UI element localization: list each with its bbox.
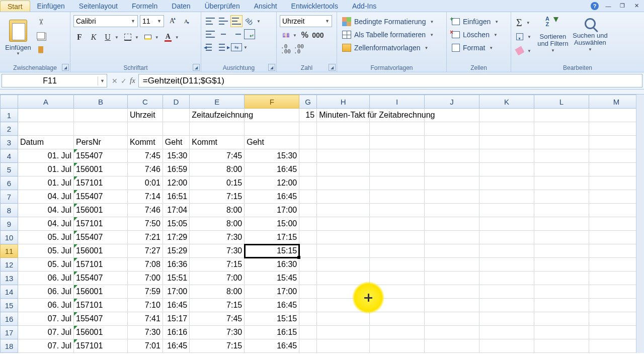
enter-formula-button[interactable]: ✓ [121,77,127,85]
cell-J18[interactable] [424,339,479,353]
fx-icon[interactable]: fx [130,76,135,85]
cell-F12[interactable]: 16:30 [245,258,299,272]
row-header[interactable]: 8 [1,204,18,217]
cell-G18[interactable] [299,339,317,353]
cell-C12[interactable]: 7:08 [127,258,163,272]
cell-I6[interactable] [370,176,425,190]
cell-L8[interactable] [534,204,589,217]
cell-J7[interactable] [424,190,479,204]
cell-A15[interactable]: 06. Jul [18,299,73,312]
cell-J17[interactable] [424,326,479,339]
cell-H11[interactable] [317,244,370,258]
cell-K17[interactable] [479,326,534,339]
row-header[interactable]: 16 [1,312,18,326]
cell-E17[interactable]: 7:30 [190,326,245,339]
cell-A5[interactable]: 01. Jul [18,163,73,176]
cell-F4[interactable]: 15:30 [245,149,299,163]
row-header[interactable]: 17 [1,326,18,339]
cell-K9[interactable] [479,217,534,231]
cell-B10[interactable]: 155407 [73,231,127,244]
tab-addins[interactable]: Add-Ins [345,1,383,11]
cell-L16[interactable] [534,312,589,326]
row-header[interactable]: 4 [1,149,18,163]
row-header[interactable]: 6 [1,176,18,190]
column-header-F[interactable]: F [245,95,299,109]
chevron-down-icon[interactable]: ▼ [98,76,107,85]
cell-F10[interactable]: 17:15 [245,231,299,244]
cell-F13[interactable]: 15:45 [245,272,299,285]
cell-styles-button[interactable]: Zellenformatvorlagen▼ [340,41,430,54]
cell-K11[interactable] [479,244,534,258]
row-header[interactable]: 3 [1,136,18,149]
format-cells-button[interactable]: Format▼ [450,41,495,54]
cell-H13[interactable] [317,272,370,285]
alignment-dialog-launcher[interactable]: ◢ [268,64,275,71]
cell-G1[interactable]: 15 [299,109,317,122]
align-top-button[interactable] [204,15,216,27]
align-left-button[interactable] [204,28,216,40]
cell-D13[interactable]: 15:51 [163,272,189,285]
cell-I13[interactable] [370,272,425,285]
cell-K13[interactable] [479,272,534,285]
cell-F15[interactable]: 16:45 [245,299,299,312]
cell-F16[interactable]: 15:15 [245,312,299,326]
find-select-button[interactable]: Suchen und Auswählen▼ [573,15,608,53]
cell-E8[interactable]: 8:00 [190,204,245,217]
cell-H3[interactable] [317,136,370,149]
insert-cells-button[interactable]: Einfügen▼ [450,15,501,28]
format-painter-button[interactable] [35,44,46,55]
cell-C18[interactable]: 7:01 [127,339,163,353]
cell-A7[interactable]: 04. Jul [18,190,73,204]
cell-H7[interactable] [317,190,370,204]
cell-I18[interactable] [370,339,425,353]
number-dialog-launcher[interactable]: ◢ [329,64,336,71]
cell-L12[interactable] [534,258,589,272]
cell-J5[interactable] [424,163,479,176]
cell-C5[interactable]: 7:46 [127,163,163,176]
cell-K8[interactable] [479,204,534,217]
vertical-scrollbar[interactable] [636,95,644,353]
cell-K4[interactable] [479,149,534,163]
cell-F5[interactable]: 16:45 [245,163,299,176]
cell-A17[interactable]: 07. Jul [18,326,73,339]
cell-B1[interactable] [73,109,127,122]
cell-G3[interactable] [299,136,317,149]
cell-J4[interactable] [424,149,479,163]
cell-C11[interactable]: 7:27 [127,244,163,258]
cell-I7[interactable] [370,190,425,204]
cell-C6[interactable]: 0:01 [127,176,163,190]
cell-I16[interactable] [370,312,425,326]
cell-C10[interactable]: 7:21 [127,231,163,244]
cell-C1[interactable]: Uhrzeit [127,109,163,122]
cell-F18[interactable]: 16:45 [245,339,299,353]
column-header-B[interactable]: B [73,95,127,109]
cell-H16[interactable] [317,312,370,326]
cell-I17[interactable] [370,326,425,339]
cell-E1[interactable]: Zeitaufzeichnung [190,109,245,122]
close-button[interactable]: ✕ [632,2,641,10]
cell-K14[interactable] [479,285,534,299]
tab-view[interactable]: Ansicht [247,1,284,11]
cell-C14[interactable]: 7:59 [127,285,163,299]
cell-F3[interactable]: Geht [245,136,299,149]
cell-C2[interactable] [127,122,163,136]
cell-A13[interactable]: 06. Jul [18,272,73,285]
cell-D5[interactable]: 16:59 [163,163,189,176]
cell-A10[interactable]: 05. Jul [18,231,73,244]
cell-B4[interactable]: 155407 [73,149,127,163]
row-header[interactable]: 9 [1,217,18,231]
copy-button[interactable] [35,30,46,41]
cell-G5[interactable] [299,163,317,176]
cell-B3[interactable]: PersNr [73,136,127,149]
cell-G6[interactable] [299,176,317,190]
increase-decimal-button[interactable]: .0.00 [280,43,292,55]
tab-review[interactable]: Überprüfen [198,1,247,11]
cell-F7[interactable]: 16:45 [245,190,299,204]
cell-D7[interactable]: 16:51 [163,190,189,204]
cell-D17[interactable]: 16:16 [163,326,189,339]
cell-F9[interactable]: 15:00 [245,217,299,231]
cell-D14[interactable]: 17:00 [163,285,189,299]
cell-C8[interactable]: 7:46 [127,204,163,217]
select-all-corner[interactable] [1,95,18,109]
cell-L10[interactable] [534,231,589,244]
